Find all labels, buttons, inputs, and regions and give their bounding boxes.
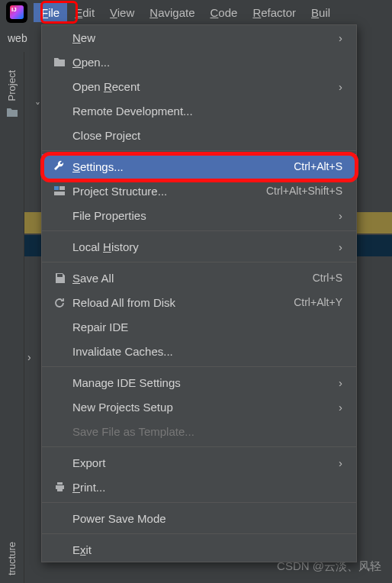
menu-code[interactable]: Code bbox=[203, 3, 246, 22]
menu-item-label: Print... bbox=[72, 481, 342, 494]
menu-item-label: Manage IDE Settings bbox=[72, 376, 331, 389]
menu-item-new-projects-setup[interactable]: New Projects Setup› bbox=[42, 395, 356, 419]
chevron-right-icon: › bbox=[27, 351, 38, 363]
folder-icon bbox=[53, 56, 66, 67]
menu-shortcut: Ctrl+Alt+Shift+S bbox=[266, 185, 342, 197]
project-tool-tab[interactable]: Project bbox=[6, 70, 18, 101]
menu-item-label: Settings... bbox=[72, 160, 294, 173]
menu-item-invalidate-caches[interactable]: Invalidate Caches... bbox=[42, 339, 356, 363]
structure-tool-tab[interactable]: tructure bbox=[6, 542, 18, 575]
chevron-right-icon: › bbox=[339, 31, 342, 44]
chevron-right-icon: › bbox=[339, 401, 342, 414]
menubar: FileEditViewNavigateCodeRefactorBuil bbox=[0, 0, 392, 24]
chevron-right-icon: › bbox=[339, 209, 342, 222]
structure-icon bbox=[53, 185, 66, 196]
menu-item-label: Repair IDE bbox=[72, 320, 342, 333]
menu-item-open[interactable]: Open... bbox=[42, 50, 356, 74]
wrench-icon bbox=[53, 160, 66, 172]
menu-item-local-history[interactable]: Local History› bbox=[42, 234, 356, 259]
print-icon bbox=[53, 482, 66, 492]
menu-separator bbox=[42, 446, 356, 447]
menu-item-print[interactable]: Print... bbox=[42, 475, 356, 499]
svg-rect-0 bbox=[54, 186, 59, 190]
menu-item-label: Invalidate Caches... bbox=[72, 345, 342, 358]
menu-item-label: File Properties bbox=[72, 209, 331, 222]
menu-separator bbox=[42, 262, 356, 263]
menu-item-manage-ide-settings[interactable]: Manage IDE Settings› bbox=[42, 370, 356, 395]
app-icon bbox=[6, 2, 27, 23]
menu-item-label: Exit bbox=[72, 543, 342, 556]
menu-separator bbox=[42, 502, 356, 503]
reload-icon bbox=[53, 297, 66, 308]
menu-item-remote-development[interactable]: Remote Development... bbox=[42, 98, 356, 123]
chevron-right-icon: › bbox=[339, 80, 342, 93]
menu-item-label: Reload All from Disk bbox=[72, 296, 294, 309]
menu-separator bbox=[42, 533, 356, 534]
file-menu-dropdown: New›Open...Open Recent›Remote Developmen… bbox=[41, 24, 357, 562]
menu-separator bbox=[42, 366, 356, 367]
menu-item-label: Save File as Template... bbox=[72, 425, 342, 438]
menu-item-save-file-as-template: Save File as Template... bbox=[42, 419, 356, 443]
menu-file[interactable]: File bbox=[34, 3, 67, 22]
chevron-right-icon: › bbox=[339, 376, 342, 389]
menu-item-label: Remote Development... bbox=[72, 105, 342, 118]
menu-item-label: Power Save Mode bbox=[72, 512, 342, 525]
menu-item-exit[interactable]: Exit bbox=[42, 537, 356, 562]
menu-buil[interactable]: Buil bbox=[304, 3, 338, 22]
menu-shortcut: Ctrl+Alt+Y bbox=[294, 296, 342, 308]
chevron-right-icon: › bbox=[339, 240, 342, 253]
menu-item-label: New Projects Setup bbox=[72, 401, 331, 414]
menu-separator bbox=[42, 150, 356, 151]
menu-item-save-all[interactable]: Save AllCtrl+S bbox=[42, 266, 356, 290]
menu-item-export[interactable]: Export› bbox=[42, 450, 356, 475]
save-icon bbox=[53, 272, 66, 284]
folder-icon bbox=[6, 107, 18, 118]
menu-edit[interactable]: Edit bbox=[67, 3, 102, 22]
menu-item-label: Local History bbox=[72, 240, 331, 253]
svg-rect-2 bbox=[54, 192, 65, 195]
menu-item-close-project[interactable]: Close Project bbox=[42, 123, 356, 147]
menu-item-label: Open... bbox=[72, 56, 342, 69]
svg-rect-1 bbox=[59, 186, 65, 190]
menu-item-file-properties[interactable]: File Properties› bbox=[42, 203, 356, 227]
menu-separator bbox=[42, 230, 356, 231]
menu-item-label: Export bbox=[72, 456, 331, 469]
context-label: web bbox=[8, 32, 27, 44]
chevron-right-icon: › bbox=[339, 456, 342, 469]
menu-view[interactable]: View bbox=[102, 3, 142, 22]
menu-item-label: Save All bbox=[72, 272, 313, 285]
menu-navigate[interactable]: Navigate bbox=[142, 3, 202, 22]
menu-shortcut: Ctrl+Alt+S bbox=[294, 160, 342, 172]
menu-item-project-structure[interactable]: Project Structure...Ctrl+Alt+Shift+S bbox=[42, 179, 356, 203]
menu-item-power-save-mode[interactable]: Power Save Mode bbox=[42, 506, 356, 530]
menu-item-repair-ide[interactable]: Repair IDE bbox=[42, 314, 356, 339]
menu-item-reload-all-from-disk[interactable]: Reload All from DiskCtrl+Alt+Y bbox=[42, 290, 356, 314]
menu-item-new[interactable]: New› bbox=[42, 25, 356, 50]
menu-item-open-recent[interactable]: Open Recent› bbox=[42, 74, 356, 98]
menu-item-settings[interactable]: Settings...Ctrl+Alt+S bbox=[42, 154, 356, 179]
menu-item-label: Project Structure... bbox=[72, 185, 266, 198]
menu-item-label: New bbox=[72, 31, 331, 44]
menu-shortcut: Ctrl+S bbox=[313, 272, 342, 284]
left-rail: Project tructure bbox=[0, 52, 24, 583]
menu-item-label: Close Project bbox=[72, 129, 342, 142]
menu-refactor[interactable]: Refactor bbox=[245, 3, 304, 22]
menu-item-label: Open Recent bbox=[72, 80, 331, 93]
